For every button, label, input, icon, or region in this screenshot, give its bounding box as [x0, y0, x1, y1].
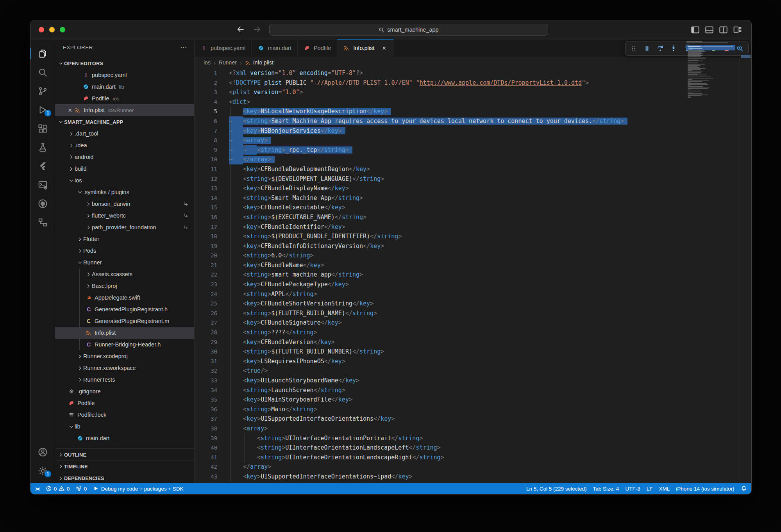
section-open-editors[interactable]: OPEN EDITORS [55, 57, 194, 69]
tree-item-build[interactable]: build [55, 163, 194, 175]
line-number[interactable]: 17 [195, 222, 217, 232]
window-close-button[interactable] [39, 27, 44, 32]
status-eol[interactable]: LF [647, 483, 653, 494]
line-number[interactable]: 14 [195, 193, 217, 203]
tree-item-generatedpluginregistrant-m[interactable]: CGeneratedPluginRegistrant.m [55, 315, 194, 327]
code-line-29[interactable]: 29<key>CFBundleVersion</key> [195, 337, 740, 347]
tree-item-bonsoir-darwin[interactable]: bonsoir_darwin [55, 198, 194, 210]
code-line-22[interactable]: 22<string>smart_machine_app</string> [195, 270, 740, 280]
status-debug-configuration[interactable]: Debug my code + packages + SDK [93, 483, 183, 494]
section-dependencies[interactable]: DEPENDENCIES [55, 472, 194, 484]
line-number[interactable]: 6 [195, 116, 217, 126]
line-number[interactable]: 41 [195, 453, 217, 462]
activity-item-settings[interactable]: 1 [30, 461, 55, 480]
panel-bottom-icon[interactable] [705, 25, 714, 34]
tree-item-flutter[interactable]: Flutter [55, 233, 194, 245]
activity-item-run-and-debug[interactable]: 1 [30, 100, 55, 119]
line-number[interactable]: 16 [195, 212, 217, 222]
line-number[interactable]: 22 [195, 270, 217, 280]
status-ports[interactable]: 0 [76, 483, 87, 494]
debug-step-into-button[interactable] [667, 43, 680, 54]
debug-pause-button[interactable] [641, 43, 653, 54]
line-number[interactable]: 19 [195, 241, 217, 251]
code-line-11[interactable]: 11<key>CFBundleDevelopmentRegion</key> [195, 164, 740, 174]
minimap[interactable] [685, 39, 740, 483]
code-line-23[interactable]: 23<key>CFBundlePackageType</key> [195, 280, 740, 289]
line-number[interactable]: 10 [195, 155, 217, 164]
code-line-32[interactable]: 32<true/> [195, 366, 740, 376]
code-line-37[interactable]: 37<key>UISupportedInterfaceOrientations<… [195, 414, 740, 424]
tree-item-generatedpluginregistrant-h[interactable]: CGeneratedPluginRegistrant.h [55, 303, 194, 315]
activity-item-accounts[interactable] [30, 443, 55, 461]
code-line-17[interactable]: 17<key>CFBundleIdentifier</key> [195, 222, 740, 232]
open-editor-podfile[interactable]: Podfileios [55, 93, 194, 104]
tab-pubspec-yaml[interactable]: !pubspec.yaml [195, 39, 252, 57]
activity-item-testing[interactable] [30, 138, 55, 157]
code-line-15[interactable]: 15<key>CFBundleExecutable</key> [195, 203, 740, 212]
activity-item-explorer[interactable] [30, 44, 55, 63]
code-line-33[interactable]: 33<key>UILaunchStoryboardName</key> [195, 376, 740, 386]
code-line-18[interactable]: 18<string>$(PRODUCT_BUNDLE_IDENTIFIER)</… [195, 232, 740, 241]
code-line-20[interactable]: 20<string>6.0</string> [195, 251, 740, 261]
code-line-39[interactable]: 39<string>UIInterfaceOrientationPortrait… [195, 434, 740, 443]
tree-item-podfile[interactable]: Podfile [55, 397, 194, 409]
section-outline[interactable]: OUTLINE [55, 448, 194, 461]
line-number[interactable]: 4 [195, 97, 217, 107]
tree-item-assets-xcassets[interactable]: Assets.xcassets [55, 268, 194, 280]
activity-item-extensions[interactable] [30, 119, 55, 138]
line-number[interactable]: 30 [195, 347, 217, 357]
tree-item--gitignore[interactable]: .gitignore [55, 386, 194, 397]
code-line-16[interactable]: 16<string>$(EXECUTABLE_NAME)</string> [195, 212, 740, 222]
line-number[interactable]: 9 [195, 145, 217, 155]
code-line-21[interactable]: 21<key>CFBundleName</key> [195, 261, 740, 270]
line-number[interactable]: 8 [195, 136, 217, 145]
code-line-10[interactable]: 10→</array> [195, 155, 740, 164]
activity-item-search[interactable] [30, 63, 55, 82]
line-number[interactable]: 32 [195, 366, 217, 376]
line-number[interactable]: 1 [195, 68, 217, 78]
code-line-34[interactable]: 34<string>LaunchScreen</string> [195, 386, 740, 395]
code-line-31[interactable]: 31<key>LSRequiresIPhoneOS</key> [195, 357, 740, 366]
line-number[interactable]: 33 [195, 376, 217, 386]
code-line-7[interactable]: 7→<key>NSBonjourServices</key> [195, 126, 740, 136]
line-number[interactable]: 13 [195, 184, 217, 193]
line-number[interactable]: 29 [195, 337, 217, 347]
tab-close-icon[interactable]: ✕ [381, 45, 388, 51]
activity-item-references[interactable] [30, 213, 55, 232]
editor-scrollbar[interactable] [740, 39, 751, 483]
line-number[interactable]: 37 [195, 414, 217, 424]
tree-item-runner-xcworkspace[interactable]: Runner.xcworkspace [55, 362, 194, 374]
status-encoding[interactable]: UTF-8 [625, 483, 640, 494]
line-number[interactable]: 42 [195, 462, 217, 472]
line-number[interactable]: 35 [195, 395, 217, 405]
tree-item-info-plist[interactable]: Info.plist [55, 327, 194, 339]
tree-item-path-provider-foundation[interactable]: path_provider_foundation [55, 221, 194, 233]
tree-item-lib[interactable]: lib [55, 421, 194, 432]
section-project-root[interactable]: SMART_MACHINE_APP [55, 116, 194, 128]
code-line-38[interactable]: 38<array> [195, 424, 740, 434]
tree-item-android[interactable]: android [55, 151, 194, 163]
activity-item-flutter[interactable] [30, 157, 55, 175]
line-number[interactable]: 11 [195, 164, 217, 174]
tree-item--idea[interactable]: .idea [55, 139, 194, 151]
panel-left-icon[interactable] [691, 25, 700, 34]
breadcrumb-item[interactable]: Runner [219, 59, 237, 66]
breadcrumb-item[interactable]: ios [204, 59, 211, 66]
line-number[interactable]: 36 [195, 405, 217, 414]
tree-item--symlinks-plugins[interactable]: .symlinks / plugins [55, 186, 194, 198]
status-device-target[interactable]: iPhone 14 (ios simulator) [676, 483, 734, 494]
code-line-2[interactable]: 2<!DOCTYPE plist PUBLIC "-//Apple//DTD P… [195, 78, 740, 88]
code-line-5[interactable]: 5<key>NSLocalNetworkUsageDescription</ke… [195, 107, 740, 116]
line-number[interactable]: 27 [195, 318, 217, 328]
code-line-27[interactable]: 27<key>CFBundleSignature</key> [195, 318, 740, 328]
code-line-4[interactable]: 4<dict> [195, 97, 740, 107]
code-editor[interactable]: 1<?xml version="1.0" encoding="UTF-8"?>2… [195, 68, 740, 483]
tree-item-flutter-webrtc[interactable]: flutter_webrtc [55, 210, 194, 221]
line-number[interactable]: 7 [195, 126, 217, 136]
tree-item-pods[interactable]: Pods [55, 245, 194, 257]
tab-info-plist[interactable]: Info.plist✕ [337, 39, 394, 57]
code-line-8[interactable]: 8→<array> [195, 136, 740, 145]
section-timeline[interactable]: TIMELINE [55, 460, 194, 472]
line-number[interactable]: 3 [195, 87, 217, 97]
tab-main-dart[interactable]: main.dart [252, 39, 297, 57]
